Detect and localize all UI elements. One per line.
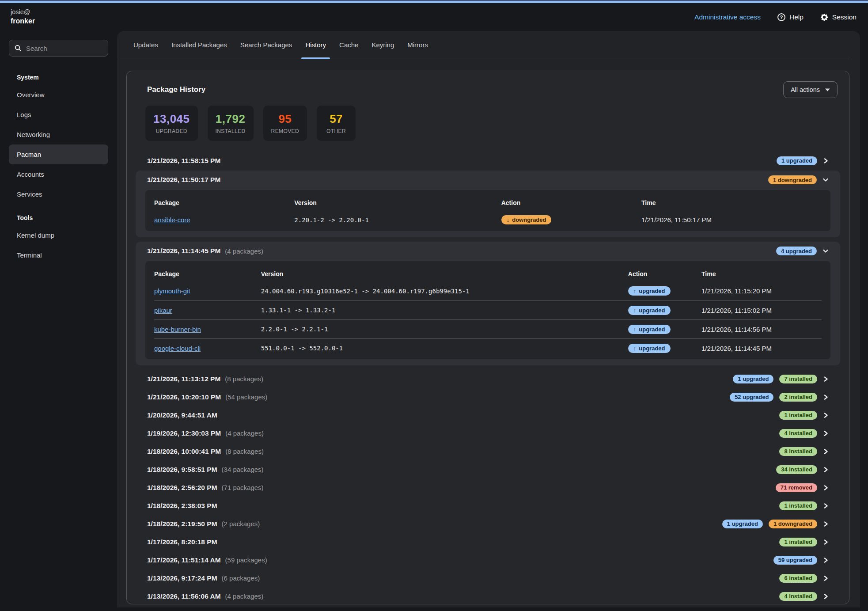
stat-removed: 95 REMOVED <box>263 106 307 141</box>
col-version: Version <box>261 270 628 277</box>
sidebar-item-services[interactable]: Services <box>9 184 108 204</box>
masthead-actions: Administrative access ? Help Session <box>694 13 857 21</box>
card-header: Package History All actions <box>136 80 840 99</box>
chevron-right-icon <box>823 575 829 581</box>
table-row: kube-burner-bin 2.2.0-1 -> 2.2.1-1 ↑ upg… <box>154 319 822 338</box>
history-row[interactable]: 1/13/2026, 9:17:24 PM (6 packages) 6 ins… <box>136 569 840 587</box>
action-label: upgraded <box>639 345 665 352</box>
badge-downgraded: 1 downgraded <box>768 175 817 184</box>
stat-installed: 1,792 INSTALLED <box>208 106 254 141</box>
history-row-date: 1/20/2026, 9:44:51 AM <box>147 411 217 419</box>
top-accent-bar <box>0 0 868 3</box>
tab-installed-packages[interactable]: Installed Packages <box>167 31 231 59</box>
tab-updates[interactable]: Updates <box>129 31 162 59</box>
stat-installed-label: INSTALLED <box>216 128 246 134</box>
tab-search-packages[interactable]: Search Packages <box>236 31 296 59</box>
history-row[interactable]: 1/21/2026, 11:58:15 PM 1 upgraded <box>136 152 840 170</box>
history-row-date: 1/18/2026, 9:58:51 PM <box>147 466 217 474</box>
sidebar-item-pacman[interactable]: Pacman <box>9 144 108 164</box>
package-time: 1/21/2026, 11:15:02 PM <box>701 307 822 314</box>
stat-removed-value: 95 <box>278 112 292 126</box>
history-row-date: 1/21/2026, 11:13:12 PM <box>147 375 220 383</box>
history-section-expanded: 1/21/2026, 11:50:17 PM 1 downgraded Pack… <box>136 171 840 237</box>
all-actions-label: All actions <box>791 86 820 93</box>
history-row[interactable]: 1/17/2026, 11:51:14 AM (59 packages) 59 … <box>136 551 840 569</box>
history-row-count: (2 packages) <box>222 520 260 528</box>
tab-history[interactable]: History <box>301 31 330 59</box>
sidebar-item-kernel-dump[interactable]: Kernel dump <box>9 225 108 245</box>
package-time: 1/21/2026, 11:14:45 PM <box>701 345 822 352</box>
action-label: upgraded <box>639 307 665 314</box>
history-row-count: (4 packages) <box>225 592 264 600</box>
table-row: google-cloud-cli 551.0.0-1 -> 552.0.0-1 … <box>154 338 822 357</box>
history-row[interactable]: 1/21/2026, 11:13:12 PM (8 packages) 1 up… <box>136 370 840 388</box>
sidebar-search[interactable] <box>9 40 108 57</box>
action-pill-downgraded: ↓ downgraded <box>501 215 552 224</box>
package-link[interactable]: kube-burner-bin <box>154 326 201 333</box>
history-row[interactable]: 1/18/2026, 10:00:41 PM (8 packages) 8 in… <box>136 442 840 460</box>
package-link[interactable]: pikaur <box>154 307 172 314</box>
history-row[interactable]: 1/17/2026, 8:20:18 PM 1 installed <box>136 533 840 551</box>
tab-keyring[interactable]: Keyring <box>368 31 398 59</box>
history-row[interactable]: 1/20/2026, 9:44:51 AM 1 installed <box>136 406 840 424</box>
chevron-down-icon <box>823 248 829 254</box>
sidebar-item-logs[interactable]: Logs <box>9 105 108 125</box>
arrow-down-icon: ↓ <box>507 216 510 223</box>
history-row[interactable]: 1/18/2026, 2:38:03 PM 1 installed <box>136 497 840 515</box>
arrow-up-icon: ↑ <box>633 345 637 352</box>
stat-other: 57 OTHER <box>317 106 356 141</box>
sidebar-item-networking[interactable]: Networking <box>9 125 108 144</box>
masthead-username: josie@ <box>11 8 35 17</box>
badge-removed: 71 removed <box>776 483 817 492</box>
sidebar-item-accounts[interactable]: Accounts <box>9 164 108 184</box>
search-input[interactable] <box>26 45 114 52</box>
all-actions-dropdown[interactable]: All actions <box>783 81 838 98</box>
package-table: Package Version Action Time ansible-core… <box>145 190 830 231</box>
history-row[interactable]: 1/18/2026, 2:56:20 PM (71 packages) 71 r… <box>136 478 840 497</box>
badge-installed: 4 installed <box>779 592 817 601</box>
history-row-date: 1/21/2026, 11:58:15 PM <box>147 157 220 165</box>
package-link[interactable]: plymouth-git <box>154 287 190 295</box>
badge-installed: 1 installed <box>779 501 817 510</box>
history-row-toggle[interactable]: 1/21/2026, 11:14:45 PM (4 packages) 4 up… <box>136 242 840 260</box>
history-row[interactable]: 1/18/2026, 2:19:50 PM (2 packages) 1 upg… <box>136 515 840 533</box>
sidebar-nav: System Overview Logs Networking Pacman A… <box>0 65 117 265</box>
arrow-up-icon: ↑ <box>633 288 637 294</box>
history-row[interactable]: 1/13/2026, 11:56:06 AM (4 packages) 4 in… <box>136 587 840 604</box>
tab-cache[interactable]: Cache <box>335 31 362 59</box>
history-row[interactable]: 1/19/2026, 12:30:03 PM (4 packages) 4 in… <box>136 424 840 442</box>
help-menu[interactable]: ? Help <box>777 13 804 21</box>
sidebar-item-overview[interactable]: Overview <box>9 85 108 105</box>
cockpit-window: { "colors": { "accent_bar": "#8fbaf3", "… <box>0 0 868 611</box>
history-row[interactable]: 1/18/2026, 9:58:51 PM (34 packages) 34 i… <box>136 460 840 478</box>
history-row-count: (59 packages) <box>225 556 267 564</box>
col-time: Time <box>641 199 822 206</box>
search-icon <box>15 45 22 52</box>
gear-icon <box>820 13 828 21</box>
session-menu[interactable]: Session <box>820 13 857 21</box>
badge-installed: 1 installed <box>779 411 817 420</box>
chevron-right-icon <box>823 448 829 455</box>
action-pill-upgraded: ↑ upgraded <box>628 344 671 353</box>
action-label: upgraded <box>639 288 665 294</box>
history-row[interactable]: 1/21/2026, 10:20:10 PM (54 packages) 52 … <box>136 388 840 406</box>
chevron-right-icon <box>823 412 829 418</box>
action-label: upgraded <box>639 326 665 333</box>
history-row-count: (8 packages) <box>225 375 263 383</box>
host-switcher[interactable]: josie@ fronker <box>11 8 35 26</box>
history-row-toggle[interactable]: 1/21/2026, 11:50:17 PM 1 downgraded <box>136 171 840 189</box>
table-row: plymouth-git 24.004.60.r193.g10316e52-1 … <box>154 281 822 300</box>
stats-row: 13,045 UPGRADED 1,792 INSTALLED 95 REMOV… <box>145 106 840 141</box>
sidebar-item-terminal[interactable]: Terminal <box>9 245 108 265</box>
package-link[interactable]: google-cloud-cli <box>154 345 201 352</box>
tab-mirrors[interactable]: Mirrors <box>403 31 432 59</box>
nav-group-tools: Tools <box>0 210 117 225</box>
administrative-access-button[interactable]: Administrative access <box>694 13 761 21</box>
chevron-down-icon <box>823 177 829 183</box>
chevron-right-icon <box>823 485 829 491</box>
package-link[interactable]: ansible-core <box>154 216 190 224</box>
chevron-right-icon <box>823 376 829 382</box>
package-time: 1/21/2026, 11:50:17 PM <box>641 216 822 224</box>
badge-installed: 4 installed <box>779 429 817 438</box>
history-row-date: 1/19/2026, 12:30:03 PM <box>147 429 221 437</box>
